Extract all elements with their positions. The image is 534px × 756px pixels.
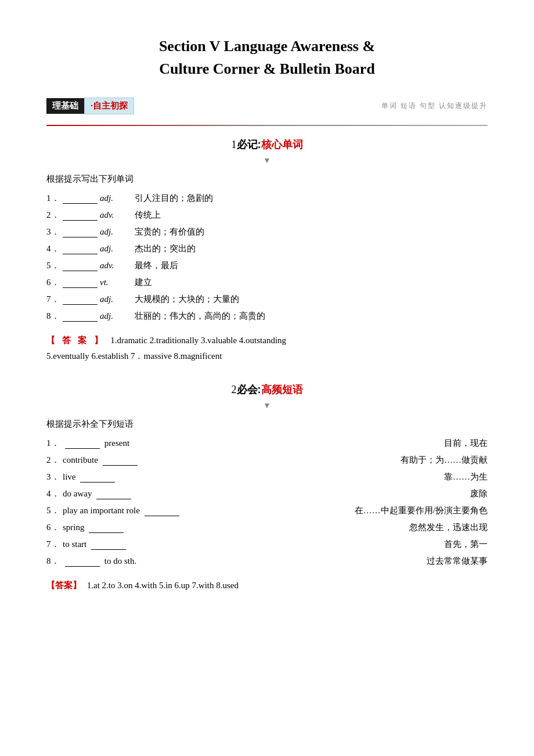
vocab-item-8-meaning: 壮丽的；伟大的，高尚的；高贵的	[135, 311, 265, 322]
phrase-item-6-num: 6．	[46, 522, 63, 533]
vocab-item-6-num: 6．	[46, 277, 63, 288]
vocab-item-8-pos: adj.	[100, 311, 117, 321]
phrase-item-1: 1． present 目前，现在	[46, 438, 488, 449]
phrase-item-3-meaning: 靠……为生	[444, 471, 488, 483]
phrase-item-4-blank	[96, 489, 131, 499]
vocab-prefix: 必记:	[237, 139, 261, 150]
phrase-num: 2	[232, 384, 237, 395]
phrase-item-4: 4． do away 废除	[46, 488, 488, 499]
vocab-instruction: 根据提示写出下列单词	[46, 174, 488, 185]
phrase-item-1-meaning: 目前，现在	[444, 438, 488, 449]
phrase-section-title: 2必会:高频短语	[46, 383, 488, 397]
vocab-item-1: 1． adj. 引人注目的；急剧的	[46, 193, 488, 204]
vocab-item-3-pos: adj.	[100, 227, 117, 237]
title-line2: Culture Corner & Bulletin Board	[46, 57, 488, 80]
phrase-answer-block: 【答案】 1.at 2.to 3.on 4.with 5.in 6.up 7.w…	[46, 573, 488, 598]
phrase-item-4-pre: do away	[63, 489, 94, 499]
phrase-item-1-post: present	[102, 438, 129, 448]
vocab-item-4-num: 4．	[46, 243, 63, 254]
vocab-item-1-num: 1．	[46, 193, 63, 204]
vocab-label: 核心单词	[261, 139, 303, 150]
phrase-item-7-num: 7．	[46, 539, 63, 550]
vocab-item-7-meaning: 大规模的；大块的；大量的	[135, 294, 239, 305]
vocab-list: 1． adj. 引人注目的；急剧的 2． adv. 传统上 3． adj. 宝贵…	[46, 193, 488, 322]
vocab-item-5-meaning: 最终，最后	[135, 260, 178, 271]
vocab-item-7-num: 7．	[46, 294, 63, 305]
phrase-item-2-pre: contribute	[63, 455, 100, 465]
phrase-item-5: 5． play an important role 在……中起重要作用/扮演主要…	[46, 505, 488, 516]
phrase-item-3-pre: live	[63, 472, 78, 482]
vocab-item-3-blank	[63, 227, 98, 237]
banner-dark-tag: 理基础	[46, 98, 84, 114]
banner-light-tag: ·自主初探	[84, 98, 134, 114]
vocab-item-7-pos: adj.	[100, 294, 117, 304]
vocab-item-1-pos: adj.	[100, 193, 117, 203]
vocab-answer-block: 【 答 案 】 1.dramatic 2.traditionally 3.val…	[46, 327, 488, 369]
vocab-item-6-meaning: 建立	[135, 277, 152, 288]
phrase-answer-text: 1.at 2.to 3.on 4.with 5.in 6.up 7.with 8…	[87, 581, 239, 590]
phrase-item-1-num: 1．	[46, 438, 63, 449]
vocab-item-1-meaning: 引人注目的；急剧的	[135, 193, 213, 204]
phrase-item-4-num: 4．	[46, 488, 63, 499]
phrase-item-5-num: 5．	[46, 505, 63, 516]
phrase-arrow: ▼	[46, 401, 488, 411]
phrase-item-5-meaning: 在……中起重要作用/扮演主要角色	[355, 505, 488, 516]
vocab-item-5: 5． adv. 最终，最后	[46, 260, 488, 271]
phrase-item-4-meaning: 废除	[470, 488, 488, 499]
phrase-section: 2必会:高频短语 ▼ 根据提示补全下列短语 1． present 目前，现在 2…	[46, 383, 488, 598]
phrase-item-8-meaning: 过去常常做某事	[427, 556, 488, 567]
phrase-item-2-num: 2．	[46, 455, 63, 466]
vocab-item-2-meaning: 传统上	[135, 210, 161, 221]
vocab-item-5-num: 5．	[46, 260, 63, 271]
vocab-item-6-blank	[63, 278, 98, 288]
phrase-item-5-blank	[145, 506, 179, 516]
vocab-item-8: 8． adj. 壮丽的；伟大的，高尚的；高贵的	[46, 311, 488, 322]
phrase-item-6-meaning: 忽然发生，迅速出现	[409, 522, 488, 533]
phrase-item-7-pre: to start	[63, 539, 89, 549]
phrase-item-7-blank	[91, 539, 126, 550]
vocab-item-5-pos: adv.	[100, 261, 117, 271]
phrase-item-2-meaning: 有助于；为……做贡献	[400, 455, 488, 466]
phrase-item-7: 7． to start 首先，第一	[46, 539, 488, 550]
phrase-item-5-pre: play an important role	[63, 506, 142, 516]
vocab-item-7-blank	[63, 294, 98, 305]
title-line1: Section V Language Awareness &	[46, 35, 488, 57]
vocab-num: 1	[232, 139, 237, 150]
phrase-answer-label: 【答案】	[46, 580, 81, 590]
vocab-answer-text2: 5.eventually 6.establish 7．massive 8.mag…	[46, 351, 222, 361]
vocab-item-3-meaning: 宝贵的；有价值的	[135, 226, 204, 237]
section-banner: 理基础 ·自主初探 单词 短语 句型 认知逐级提升	[46, 98, 488, 114]
vocab-answer-label: 【 答 案 】	[46, 335, 105, 345]
phrase-item-3: 3． live 靠……为生	[46, 471, 488, 483]
vocab-item-8-blank	[63, 311, 98, 322]
vocab-item-2-pos: adv.	[100, 210, 117, 220]
vocab-item-4-meaning: 杰出的；突出的	[135, 243, 196, 254]
banner-left: 理基础 ·自主初探	[46, 98, 134, 114]
vocab-item-4-blank	[63, 244, 98, 254]
vocab-item-1-blank	[63, 193, 98, 204]
vocab-item-6-pos: vt.	[100, 278, 117, 287]
phrase-item-8-post: to do sth.	[102, 556, 136, 566]
phrase-item-1-blank	[65, 438, 100, 449]
phrase-list: 1． present 目前，现在 2． contribute 有助于；为……做贡…	[46, 438, 488, 567]
vocab-item-4: 4． adj. 杰出的；突出的	[46, 243, 488, 254]
banner-right-text: 单词 短语 句型 认知逐级提升	[381, 101, 488, 111]
vocab-item-5-blank	[63, 261, 98, 271]
phrase-item-2: 2． contribute 有助于；为……做贡献	[46, 455, 488, 466]
vocab-item-3-num: 3．	[46, 226, 63, 237]
vocab-item-7: 7． adj. 大规模的；大块的；大量的	[46, 294, 488, 305]
phrase-item-6: 6． spring 忽然发生，迅速出现	[46, 522, 488, 533]
phrase-instruction: 根据提示补全下列短语	[46, 419, 488, 430]
phrase-item-8: 8． to do sth. 过去常常做某事	[46, 556, 488, 567]
vocab-item-3: 3． adj. 宝贵的；有价值的	[46, 226, 488, 237]
phrase-item-6-blank	[89, 523, 124, 533]
phrase-item-2-blank	[103, 455, 138, 466]
vocab-section-title: 1必记:核心单词	[46, 138, 488, 152]
vocab-answer-text1: 1.dramatic 2.traditionally 3.valuable 4.…	[110, 336, 286, 345]
phrase-prefix: 必会:	[237, 384, 261, 395]
vocab-item-8-num: 8．	[46, 311, 63, 322]
phrase-item-8-num: 8．	[46, 556, 63, 567]
phrase-item-3-num: 3．	[46, 471, 63, 483]
vocab-item-6: 6． vt. 建立	[46, 277, 488, 288]
vocab-item-2: 2． adv. 传统上	[46, 210, 488, 221]
